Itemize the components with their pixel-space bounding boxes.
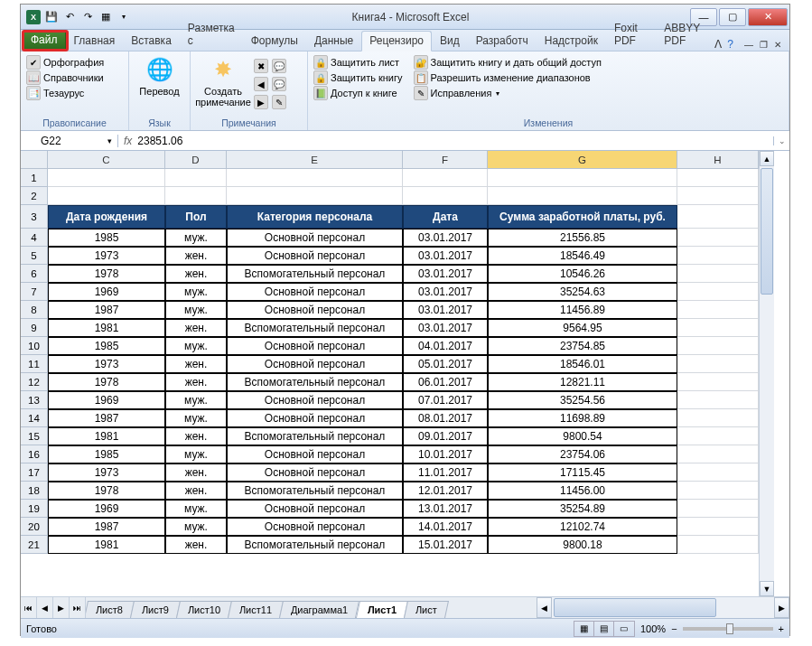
table-cell[interactable]: Основной персонал	[227, 391, 403, 409]
table-cell[interactable]: муж.	[165, 409, 227, 427]
scroll-down-icon[interactable]: ▼	[760, 581, 774, 596]
sheet-tab-Лист[interactable]: Лист	[404, 601, 449, 618]
table-cell[interactable]: Вспомогательный персонал	[227, 536, 403, 554]
track-changes-button[interactable]: ✎Исправления▾	[414, 86, 602, 100]
table-header[interactable]: Дата	[403, 205, 488, 229]
prev-comment-icon[interactable]: ◀	[254, 77, 268, 91]
cell[interactable]	[48, 187, 165, 205]
tab-главная[interactable]: Главная	[66, 31, 124, 51]
sheet-tab-Лист8[interactable]: Лист8	[86, 601, 135, 618]
table-cell[interactable]: 1985	[48, 337, 165, 355]
view-layout-icon[interactable]: ▤	[594, 622, 614, 636]
table-cell[interactable]: муж.	[165, 301, 227, 319]
table-header[interactable]: Категория персонала	[227, 205, 403, 229]
table-cell[interactable]: Основной персонал	[227, 247, 403, 265]
select-all-corner[interactable]	[21, 151, 48, 169]
table-cell[interactable]: 03.01.2017	[403, 247, 488, 265]
hscroll-thumb[interactable]	[554, 598, 716, 617]
translate-button[interactable]: 🌐 Перевод	[135, 55, 184, 97]
table-cell[interactable]: 23754.06	[488, 445, 677, 463]
cell[interactable]	[677, 427, 759, 445]
protect-share-button[interactable]: 🔐Защитить книгу и дать общий доступ	[414, 55, 602, 70]
research-button[interactable]: 📖Справочники	[26, 70, 104, 85]
table-cell[interactable]: 1973	[48, 355, 165, 373]
cell[interactable]	[165, 187, 227, 205]
row-header-4[interactable]: 4	[21, 229, 48, 247]
row-header-12[interactable]: 12	[21, 373, 48, 391]
formula-input[interactable]	[137, 135, 773, 147]
cell[interactable]	[677, 500, 759, 518]
table-cell[interactable]: муж.	[165, 229, 227, 247]
cell[interactable]	[677, 229, 759, 247]
cell[interactable]	[677, 391, 759, 409]
protect-book-button[interactable]: 🔒Защитить книгу	[313, 70, 403, 85]
table-cell[interactable]: 35254.89	[488, 500, 677, 518]
table-cell[interactable]: Основной персонал	[227, 445, 403, 463]
cell[interactable]	[677, 301, 759, 319]
share-book-button[interactable]: 📗Доступ к книге	[313, 86, 403, 100]
cell[interactable]	[165, 169, 227, 187]
table-cell[interactable]: 1987	[48, 301, 165, 319]
table-header[interactable]: Пол	[165, 205, 227, 229]
table-cell[interactable]: 17115.45	[488, 463, 677, 482]
new-comment-button[interactable]: ✸ Создать примечание	[196, 55, 250, 108]
row-header-2[interactable]: 2	[21, 187, 48, 205]
table-cell[interactable]: муж.	[165, 283, 227, 301]
tab-рецензиро[interactable]: Рецензиро	[361, 31, 432, 51]
table-cell[interactable]: жен.	[165, 319, 227, 337]
row-header-19[interactable]: 19	[21, 500, 48, 518]
table-cell[interactable]: 08.01.2017	[403, 409, 488, 427]
table-cell[interactable]: Основной персонал	[227, 409, 403, 427]
table-cell[interactable]: 11.01.2017	[403, 463, 488, 482]
table-cell[interactable]: Вспомогательный персонал	[227, 265, 403, 283]
tab-вид[interactable]: Вид	[432, 31, 468, 51]
zoom-in-icon[interactable]: +	[779, 623, 784, 634]
cell[interactable]	[677, 187, 759, 205]
close-button[interactable]: ✕	[748, 8, 788, 26]
row-header-1[interactable]: 1	[21, 169, 48, 187]
table-cell[interactable]: 03.01.2017	[403, 283, 488, 301]
table-cell[interactable]: 12.01.2017	[403, 482, 488, 500]
mdi-restore-icon[interactable]: ❐	[757, 40, 770, 50]
cell[interactable]	[227, 187, 403, 205]
cell[interactable]	[677, 463, 759, 482]
cell[interactable]	[677, 482, 759, 500]
cell[interactable]	[677, 265, 759, 283]
sheet-tab-Лист11[interactable]: Лист11	[228, 601, 284, 618]
sheet-tab-Лист9[interactable]: Лист9	[130, 601, 181, 618]
table-cell[interactable]: 12102.74	[488, 518, 677, 536]
cell[interactable]	[677, 337, 759, 355]
cell[interactable]	[48, 169, 165, 187]
col-header-F[interactable]: F	[403, 151, 488, 169]
row-header-21[interactable]: 21	[21, 536, 48, 554]
table-cell[interactable]: Основной персонал	[227, 283, 403, 301]
name-box[interactable]: G22	[21, 135, 118, 147]
table-cell[interactable]: 03.01.2017	[403, 229, 488, 247]
table-cell[interactable]: 1969	[48, 283, 165, 301]
table-cell[interactable]: Основной персонал	[227, 229, 403, 247]
col-header-E[interactable]: E	[227, 151, 403, 169]
table-cell[interactable]: 1981	[48, 536, 165, 554]
zoom-out-icon[interactable]: −	[671, 623, 677, 634]
table-cell[interactable]: 1969	[48, 391, 165, 409]
view-pagebreak-icon[interactable]: ▭	[614, 622, 634, 636]
table-cell[interactable]: 1969	[48, 500, 165, 518]
spelling-button[interactable]: ✔Орфография	[26, 55, 104, 70]
table-cell[interactable]: жен.	[165, 427, 227, 445]
row-header-14[interactable]: 14	[21, 409, 48, 427]
table-cell[interactable]: 15.01.2017	[403, 536, 488, 554]
row-header-13[interactable]: 13	[21, 391, 48, 409]
table-cell[interactable]: Основной персонал	[227, 355, 403, 373]
cell[interactable]	[403, 169, 488, 187]
allow-ranges-button[interactable]: 📋Разрешить изменение диапазонов	[414, 70, 602, 85]
table-cell[interactable]: 1978	[48, 265, 165, 283]
table-cell[interactable]: 1987	[48, 409, 165, 427]
row-header-16[interactable]: 16	[21, 445, 48, 463]
cell[interactable]	[677, 355, 759, 373]
table-cell[interactable]: муж.	[165, 500, 227, 518]
row-header-7[interactable]: 7	[21, 283, 48, 301]
thesaurus-button[interactable]: 📑Тезаурус	[26, 86, 104, 100]
table-cell[interactable]: Вспомогательный персонал	[227, 373, 403, 391]
table-cell[interactable]: 04.01.2017	[403, 337, 488, 355]
undo-icon[interactable]: ↶	[62, 10, 77, 24]
